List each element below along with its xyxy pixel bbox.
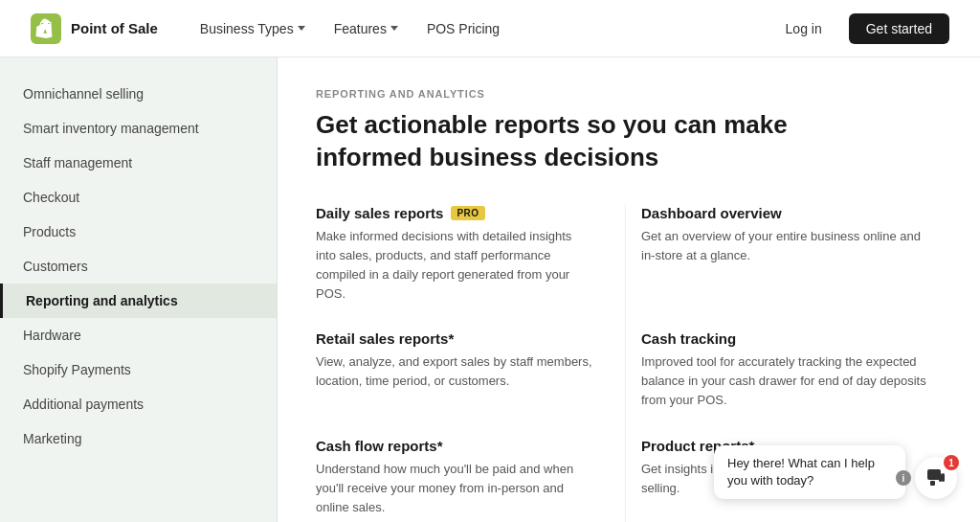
sidebar-item-customers[interactable]: Customers (0, 249, 277, 284)
nav-actions: Log in Get started (774, 13, 949, 44)
brand-name: Point of Sale (71, 20, 158, 36)
report-cash-tracking: Cash tracking Improved tool for accurate… (625, 330, 934, 437)
svg-rect-3 (942, 473, 945, 482)
pos-pricing-nav[interactable]: POS Pricing (415, 15, 511, 42)
sidebar-item-checkout[interactable]: Checkout (0, 180, 277, 215)
pro-badge: PRO (451, 206, 484, 220)
report-title: Cash tracking (641, 330, 934, 347)
sidebar-item-staff[interactable]: Staff management (0, 146, 277, 180)
chat-bubble: Hey there! What can I help you with toda… (714, 445, 905, 499)
login-button[interactable]: Log in (774, 15, 834, 42)
report-description: Improved tool for accurately tracking th… (641, 352, 934, 410)
sidebar-item-payments[interactable]: Shopify Payments (0, 352, 277, 387)
chat-notification-badge: 1 (944, 455, 959, 470)
report-title: Dashboard overview (641, 205, 934, 221)
shopify-logo-icon (31, 13, 61, 44)
svg-rect-4 (939, 473, 942, 482)
sidebar: Omnichannel selling Smart inventory mana… (0, 57, 278, 522)
business-types-nav[interactable]: Business Types (189, 15, 317, 42)
sidebar-item-marketing[interactable]: Marketing (0, 421, 277, 456)
svg-rect-1 (927, 469, 941, 480)
page-title: Get actionable reports so you can make i… (316, 109, 871, 174)
top-navigation: Point of Sale Business Types Features PO… (0, 0, 980, 57)
sidebar-item-products[interactable]: Products (0, 215, 277, 249)
sidebar-item-additional-payments[interactable]: Additional payments (0, 387, 277, 421)
report-title: Daily sales reports PRO (316, 205, 594, 221)
report-description: Get an overview of your entire business … (641, 227, 934, 265)
report-dashboard-overview: Dashboard overview Get an overview of yo… (625, 205, 934, 331)
chevron-down-icon (298, 26, 305, 31)
report-daily-sales: Daily sales reports PRO Make informed de… (316, 205, 625, 331)
report-title: Cash flow reports* (316, 438, 594, 454)
get-started-button[interactable]: Get started (849, 13, 949, 44)
report-description: View, analyze, and export sales by staff… (316, 352, 594, 391)
chat-icon-wrapper: i 1 (915, 457, 957, 499)
chat-icon (925, 467, 947, 488)
info-icon: i (896, 470, 911, 486)
svg-rect-2 (930, 481, 935, 486)
chevron-down-icon (390, 26, 398, 31)
logo-area[interactable]: Point of Sale (31, 13, 158, 44)
features-nav[interactable]: Features (323, 15, 410, 42)
report-description: Understand how much you'll be paid and w… (316, 460, 594, 517)
report-retail-sales: Retail sales reports* View, analyze, and… (316, 330, 625, 437)
sidebar-item-inventory[interactable]: Smart inventory management (0, 111, 277, 146)
chat-widget: Hey there! What can I help you with toda… (714, 445, 957, 499)
report-description: Make informed decisions with detailed in… (316, 227, 594, 305)
sidebar-item-omnichannel[interactable]: Omnichannel selling (0, 77, 277, 111)
nav-links: Business Types Features POS Pricing (189, 15, 774, 42)
report-cash-flow: Cash flow reports* Understand how much y… (316, 438, 625, 522)
sidebar-item-hardware[interactable]: Hardware (0, 318, 277, 352)
sidebar-item-reporting[interactable]: Reporting and analytics (0, 284, 277, 318)
section-label: REPORTING AND ANALYTICS (316, 88, 934, 100)
report-title: Retail sales reports* (316, 330, 594, 347)
